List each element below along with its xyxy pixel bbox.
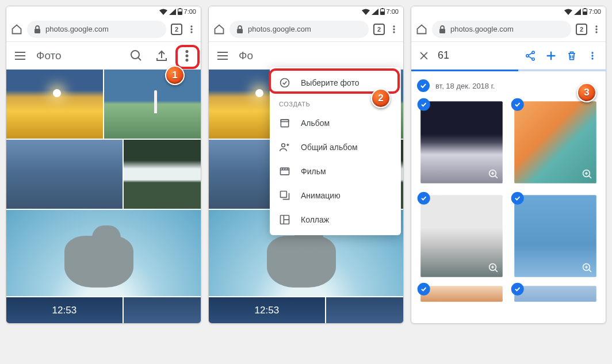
status-bar: 7:00 — [209, 6, 403, 17]
menu-movie[interactable]: Фильм — [270, 159, 401, 183]
selection-count: 61 — [438, 49, 516, 62]
share-button[interactable] — [524, 49, 537, 62]
svg-point-21 — [393, 31, 395, 33]
check-icon — [418, 283, 430, 296]
people-icon — [279, 141, 290, 153]
svg-point-43 — [595, 28, 597, 30]
svg-line-68 — [495, 270, 498, 272]
menu-album[interactable]: Альбом — [270, 111, 401, 135]
svg-line-50 — [529, 53, 533, 55]
date-label: вт, 18 дек. 2018 г. — [435, 82, 495, 90]
photo-thumb[interactable] — [124, 140, 201, 209]
svg-line-64 — [589, 176, 591, 178]
selected-thumb[interactable] — [420, 286, 503, 302]
app-header: Фо — [209, 42, 403, 70]
photo-thumb[interactable] — [124, 297, 201, 323]
photo-thumb[interactable] — [6, 140, 123, 209]
svg-point-4 — [190, 25, 192, 27]
signal-icon — [169, 9, 176, 15]
svg-point-19 — [393, 25, 395, 27]
svg-rect-16 — [381, 8, 383, 9]
lock-icon — [236, 25, 243, 33]
selected-thumb[interactable] — [420, 195, 503, 277]
svg-rect-18 — [237, 29, 243, 33]
lock-icon — [34, 25, 41, 33]
animation-icon — [279, 190, 290, 201]
menu-shared-album[interactable]: Общий альбом — [270, 135, 401, 159]
zoom-icon[interactable] — [582, 262, 593, 274]
url-text: photos.google.com — [248, 25, 311, 33]
menu-collage[interactable]: Коллаж — [270, 208, 401, 232]
phone-3: 7:00 photos.google.com 2 61 вт, 18 дек. … — [411, 6, 606, 324]
check-icon — [417, 79, 430, 92]
menu-label: Фильм — [301, 167, 326, 176]
svg-line-60 — [495, 176, 498, 178]
photo-thumb[interactable] — [209, 297, 325, 323]
svg-line-51 — [529, 56, 533, 58]
menu-icon[interactable] — [216, 49, 230, 63]
tab-count[interactable]: 2 — [373, 24, 385, 35]
wifi-icon — [159, 9, 167, 15]
upload-icon[interactable] — [155, 49, 169, 63]
photo-thumb[interactable] — [326, 297, 403, 323]
url-bar[interactable]: photos.google.com — [27, 21, 166, 38]
svg-rect-27 — [281, 120, 288, 121]
home-icon[interactable] — [416, 24, 427, 35]
svg-point-42 — [595, 25, 597, 27]
menu-animation[interactable]: Анимацию — [270, 183, 401, 208]
svg-point-28 — [282, 144, 285, 147]
lock-icon — [439, 25, 446, 33]
photo-thumb[interactable] — [6, 70, 103, 139]
step-badge-3: 3 — [577, 83, 596, 102]
photo-thumb[interactable] — [6, 297, 123, 323]
more-vert-icon[interactable] — [586, 49, 599, 62]
browser-bar: photos.google.com 2 — [209, 17, 403, 42]
search-icon[interactable] — [129, 49, 143, 63]
check-icon — [511, 192, 524, 205]
more-icon[interactable] — [389, 25, 399, 34]
album-icon — [279, 117, 290, 129]
url-bar[interactable]: photos.google.com — [432, 21, 571, 38]
tab-count[interactable]: 2 — [576, 24, 587, 35]
more-icon[interactable] — [187, 25, 196, 34]
svg-point-5 — [190, 28, 192, 30]
tab-count[interactable]: 2 — [171, 24, 182, 35]
photo-thumb[interactable] — [6, 210, 201, 296]
add-button[interactable] — [545, 49, 557, 62]
url-text: photos.google.com — [450, 25, 514, 33]
selected-thumb[interactable] — [514, 286, 596, 302]
svg-point-58 — [591, 58, 593, 59]
home-icon[interactable] — [11, 24, 22, 35]
selection-grid — [417, 98, 600, 281]
photo-thumb[interactable] — [104, 70, 201, 139]
menu-icon[interactable] — [13, 49, 27, 63]
zoom-icon[interactable] — [488, 168, 499, 180]
zoom-icon[interactable] — [488, 262, 499, 274]
selected-thumb[interactable] — [514, 195, 596, 277]
svg-point-20 — [393, 28, 395, 30]
home-icon[interactable] — [213, 24, 225, 35]
date-header[interactable]: вт, 18 дек. 2018 г. — [417, 79, 600, 92]
svg-rect-39 — [584, 8, 586, 9]
check-icon — [511, 283, 524, 296]
wifi-icon — [564, 9, 572, 15]
svg-line-33 — [287, 168, 288, 170]
battery-icon — [178, 8, 182, 15]
svg-rect-40 — [583, 9, 587, 12]
delete-button[interactable] — [565, 49, 578, 62]
check-icon — [511, 98, 524, 111]
menu-label: Анимацию — [301, 191, 341, 200]
selected-thumb[interactable] — [420, 101, 503, 183]
more-icon[interactable] — [592, 25, 601, 34]
check-icon — [418, 192, 430, 205]
url-bar[interactable]: photos.google.com — [230, 21, 369, 38]
zoom-icon[interactable] — [582, 168, 593, 180]
selection-content: вт, 18 дек. 2018 г. 3 — [411, 71, 606, 307]
check-icon — [418, 98, 430, 111]
movie-icon — [279, 166, 290, 177]
close-icon[interactable] — [418, 50, 430, 62]
svg-line-31 — [282, 168, 283, 170]
signal-icon — [574, 9, 581, 15]
selected-thumb[interactable] — [514, 101, 596, 183]
status-bar: 7:00 — [411, 6, 606, 17]
